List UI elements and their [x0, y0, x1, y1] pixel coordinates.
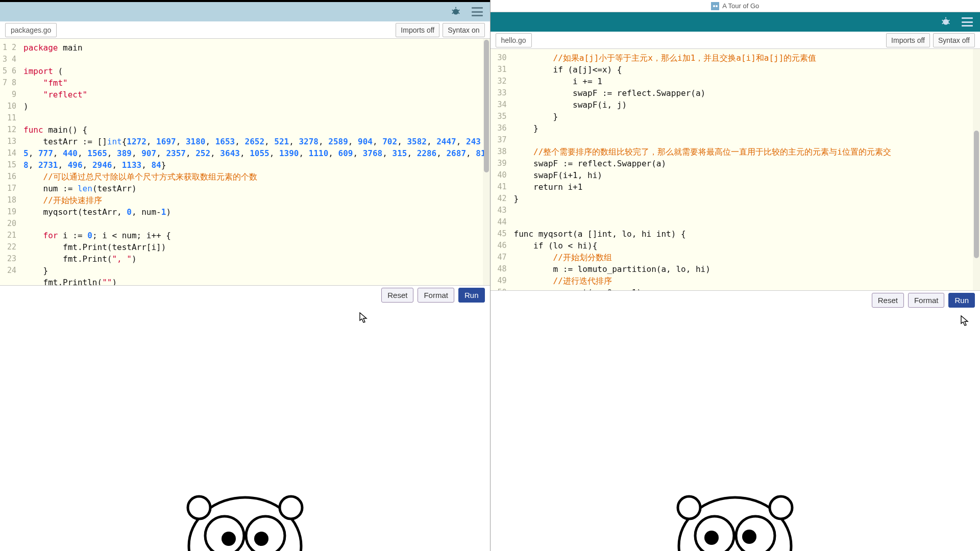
svg-line-3 — [458, 10, 459, 11]
svg-line-2 — [452, 10, 453, 11]
svg-point-17 — [713, 5, 715, 7]
header-bar-right — [491, 12, 981, 32]
svg-point-30 — [704, 531, 719, 545]
svg-line-21 — [942, 20, 944, 21]
bug-icon[interactable] — [450, 6, 461, 17]
browser-tab[interactable]: A Tour of Go — [491, 0, 981, 12]
gopher-favicon — [711, 2, 719, 10]
code-editor-left[interactable]: 1 2 3 4 5 6 7 8 9 10 11 12 13 14 15 16 1… — [0, 39, 490, 285]
bug-icon[interactable] — [940, 16, 951, 28]
imports-toggle[interactable]: Imports off — [396, 23, 439, 37]
gopher-icon — [163, 459, 327, 551]
svg-point-19 — [943, 19, 949, 25]
format-button[interactable]: Format — [908, 293, 945, 308]
action-bar-left: Reset Format Run — [0, 285, 490, 305]
svg-point-0 — [453, 9, 458, 15]
line-gutter: 1 2 3 4 5 6 7 8 9 10 11 12 13 14 15 16 1… — [0, 39, 19, 285]
format-button[interactable]: Format — [418, 288, 454, 303]
run-button[interactable]: Run — [458, 288, 485, 303]
action-bar-right: Reset Format Run — [491, 290, 981, 310]
svg-line-4 — [452, 13, 453, 14]
scrollbar-thumb[interactable] — [974, 131, 979, 258]
scrollbar-thumb[interactable] — [484, 40, 489, 172]
line-gutter: 30 31 32 33 34 35 36 37 38 39 40 41 42 4… — [491, 49, 510, 290]
svg-line-22 — [948, 20, 950, 21]
imports-toggle[interactable]: Imports off — [886, 33, 930, 47]
svg-line-23 — [942, 23, 944, 24]
vertical-scrollbar[interactable] — [973, 49, 980, 290]
syntax-toggle[interactable]: Syntax on — [443, 23, 484, 37]
file-bar-right: hello.go Imports off Syntax off — [491, 32, 981, 49]
svg-point-8 — [280, 496, 302, 519]
right-pane: A Tour of Go hello.go Imports off Syntax… — [491, 0, 981, 551]
svg-point-27 — [770, 496, 792, 519]
gopher-icon — [653, 459, 817, 551]
svg-point-12 — [254, 532, 268, 546]
syntax-toggle[interactable]: Syntax off — [933, 33, 975, 47]
left-pane: packages.go Imports off Syntax on 1 2 3 … — [0, 0, 491, 551]
file-tab[interactable]: hello.go — [496, 33, 532, 47]
file-tab[interactable]: packages.go — [5, 23, 57, 37]
svg-point-7 — [188, 496, 210, 519]
mouse-cursor — [961, 315, 970, 327]
menu-icon[interactable] — [472, 7, 483, 16]
svg-line-24 — [948, 23, 950, 24]
svg-point-26 — [678, 496, 700, 519]
svg-point-18 — [716, 5, 718, 7]
code-area[interactable]: package main import ( "fmt" "reflect") f… — [19, 39, 490, 285]
svg-line-5 — [458, 13, 459, 14]
mouse-cursor — [359, 312, 369, 323]
file-bar-left: packages.go Imports off Syntax on — [0, 21, 490, 39]
output-area-right — [491, 310, 981, 551]
run-button[interactable]: Run — [948, 293, 975, 308]
vertical-scrollbar[interactable] — [483, 39, 490, 285]
reset-button[interactable]: Reset — [872, 293, 904, 308]
tab-title: A Tour of Go — [722, 2, 759, 10]
code-editor-right[interactable]: 30 31 32 33 34 35 36 37 38 39 40 41 42 4… — [491, 49, 981, 290]
header-bar-left — [0, 2, 490, 21]
reset-button[interactable]: Reset — [381, 288, 413, 303]
svg-point-11 — [222, 532, 236, 546]
output-area-left — [0, 305, 490, 551]
svg-point-31 — [742, 530, 756, 544]
code-area[interactable]: //如果a[j]小于等于主元x，那么i加1，并且交换a[i]和a[j]的元素值 … — [510, 49, 981, 290]
menu-icon[interactable] — [962, 17, 973, 27]
